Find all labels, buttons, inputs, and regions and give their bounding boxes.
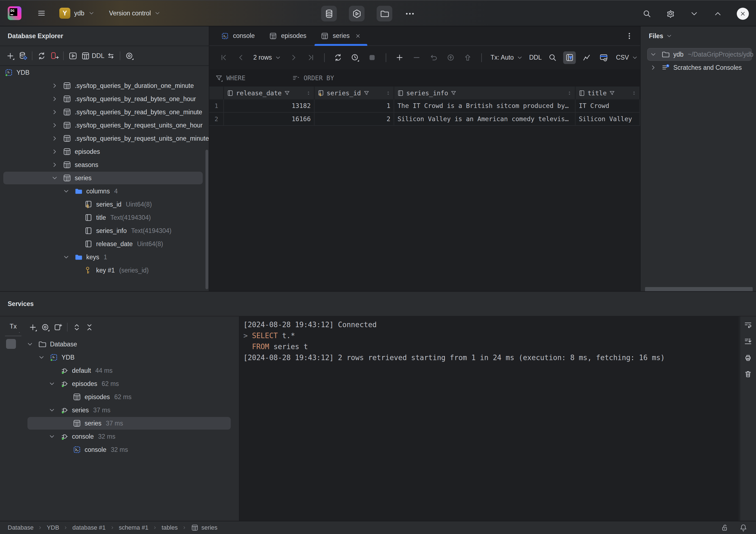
where-placeholder[interactable]: WHERE: [226, 74, 245, 82]
soft-wrap-button[interactable]: [742, 319, 754, 331]
breadcrumb-series[interactable]: series: [191, 524, 218, 531]
column-header-title[interactable]: title: [576, 87, 640, 99]
clear-console-button[interactable]: [742, 368, 754, 380]
database-tool-button[interactable]: [321, 6, 337, 21]
new-console-button[interactable]: [67, 49, 79, 62]
add-service-button[interactable]: [26, 321, 39, 334]
version-control-widget[interactable]: Version control: [109, 10, 161, 17]
add-datasource-button[interactable]: [4, 49, 16, 62]
services-item-console[interactable]: console32 ms: [0, 443, 237, 456]
sort-arrows-icon[interactable]: [306, 91, 311, 96]
services-item-episodes[interactable]: episodes62 ms: [0, 377, 237, 390]
filter-funnel-icon[interactable]: [284, 90, 290, 96]
collapse-all-button[interactable]: [83, 321, 95, 334]
chevron-down-icon[interactable]: [689, 9, 699, 18]
view-settings-button[interactable]: [597, 51, 610, 64]
navigate-button[interactable]: [104, 49, 117, 62]
export-format-selector[interactable]: CSV: [616, 54, 638, 61]
revert-button[interactable]: [427, 51, 440, 64]
explorer-item-sys-top-queries-by-read-bytes-one-hour[interactable]: .sys/top_queries_by_read_bytes_one_hour: [0, 92, 207, 105]
chevron-right-icon[interactable]: [51, 148, 58, 155]
first-page-button[interactable]: [218, 51, 230, 64]
explorer-item-release-date[interactable]: release_dateUint64(8): [0, 237, 207, 251]
files-item-ydb[interactable]: ydb~/DataGripProjects/ydb: [641, 48, 754, 61]
explorer-item-ydb[interactable]: YDB: [0, 66, 207, 79]
print-button[interactable]: [742, 352, 754, 364]
column-header-series_info[interactable]: series_info: [394, 87, 576, 99]
explorer-item-seasons[interactable]: seasons: [0, 158, 207, 172]
explorer-item-series-info[interactable]: series_infoText(4194304): [0, 224, 207, 237]
cell-release_date[interactable]: 16166: [224, 113, 314, 126]
tab-options-kebab[interactable]: [623, 30, 636, 42]
chevron-up-icon[interactable]: [713, 9, 722, 18]
search-icon[interactable]: [642, 9, 652, 18]
tab-episodes[interactable]: episodes: [262, 26, 313, 45]
files-item-scratches-and-consoles[interactable]: Scratches and Consoles: [641, 61, 754, 74]
sort-arrows-icon[interactable]: [631, 91, 637, 96]
add-row-button[interactable]: [393, 51, 406, 64]
chevron-down-icon[interactable]: [51, 174, 58, 182]
submit-button[interactable]: [462, 51, 474, 64]
ddl-button[interactable]: DDL: [529, 51, 542, 64]
where-funnel-icon[interactable]: [215, 74, 223, 82]
chevron-right-icon[interactable]: [51, 109, 58, 116]
filter-funnel-icon[interactable]: [363, 90, 370, 96]
explorer-item-sys-top-queries-by-duration-one-minute[interactable]: .sys/top_queries_by_duration_one_minute: [0, 79, 207, 92]
explorer-item-sys-top-queries-by-request-units-one-hour[interactable]: .sys/top_queries_by_request_units_one_ho…: [0, 119, 207, 132]
query-history-button[interactable]: [349, 51, 362, 64]
open-in-new-tab-button[interactable]: [52, 321, 64, 334]
main-menu-icon[interactable]: [37, 9, 46, 18]
order-by-icon[interactable]: [292, 74, 300, 82]
explorer-item-episodes[interactable]: episodes: [0, 145, 207, 158]
view-options-button[interactable]: [39, 321, 52, 334]
find-button[interactable]: [546, 51, 559, 64]
cell-title[interactable]: IT Crowd: [576, 99, 640, 113]
reload-data-button[interactable]: [332, 51, 344, 64]
chevron-down-icon[interactable]: [650, 51, 657, 58]
close-tab-icon[interactable]: [355, 33, 361, 39]
explorer-item-sys-top-queries-by-read-bytes-one-minute[interactable]: .sys/top_queries_by_read_bytes_one_minut…: [0, 105, 207, 119]
run-query-button[interactable]: [349, 6, 364, 21]
next-page-button[interactable]: [287, 51, 300, 64]
cell-series_info[interactable]: Silicon Valley is an American comedy tel…: [394, 113, 576, 126]
sort-arrows-icon[interactable]: [567, 91, 572, 96]
files-header[interactable]: Files: [649, 26, 672, 46]
cell-series_id[interactable]: 1: [314, 99, 394, 113]
column-header-series_id[interactable]: series_id: [314, 87, 394, 99]
last-page-button[interactable]: [304, 51, 317, 64]
column-header-release_date[interactable]: release_date: [224, 87, 314, 99]
close-window-button[interactable]: [737, 8, 749, 20]
previous-page-button[interactable]: [234, 51, 247, 64]
chevron-down-icon[interactable]: [48, 380, 56, 387]
chevron-right-icon[interactable]: [51, 82, 58, 89]
chevron-down-icon[interactable]: [48, 407, 56, 414]
breadcrumb-database-1[interactable]: database #1: [72, 524, 105, 531]
tx-mode-selector[interactable]: Tx: Auto: [491, 54, 523, 61]
settings-gear-icon[interactable]: [666, 9, 675, 18]
breadcrumb-database[interactable]: Database: [8, 524, 34, 531]
services-item-episodes[interactable]: episodes62 ms: [0, 390, 237, 404]
chart-view-button[interactable]: [580, 51, 593, 64]
expand-all-button[interactable]: [70, 321, 83, 334]
order-by-placeholder[interactable]: ORDER BY: [304, 74, 334, 82]
sort-arrows-icon[interactable]: [386, 91, 391, 96]
explorer-item-columns[interactable]: columns4: [0, 185, 207, 198]
filter-funnel-icon[interactable]: [609, 90, 615, 96]
datasource-properties-button[interactable]: [16, 49, 29, 62]
chevron-down-icon[interactable]: [63, 254, 70, 261]
explorer-item-sys-top-queries-by-request-units-one-minute[interactable]: .sys/top_queries_by_request_units_one_mi…: [0, 132, 207, 145]
chevron-down-icon[interactable]: [48, 433, 56, 440]
view-options-button[interactable]: [123, 49, 136, 62]
delete-row-button[interactable]: [410, 51, 423, 64]
breadcrumb-ydb[interactable]: YDB: [47, 524, 59, 531]
chevron-right-icon[interactable]: [51, 95, 58, 102]
open-project-button[interactable]: [377, 6, 392, 21]
disconnect-button[interactable]: [48, 49, 61, 62]
tab-console[interactable]: console: [214, 26, 262, 45]
chevron-down-icon[interactable]: [38, 354, 45, 361]
breadcrumb-tables[interactable]: tables: [162, 524, 178, 531]
chevron-down-icon[interactable]: [26, 341, 34, 348]
chevron-right-icon[interactable]: [650, 64, 657, 71]
explorer-item-keys[interactable]: keys1: [0, 251, 207, 264]
filter-panel-toggle[interactable]: [563, 51, 576, 64]
